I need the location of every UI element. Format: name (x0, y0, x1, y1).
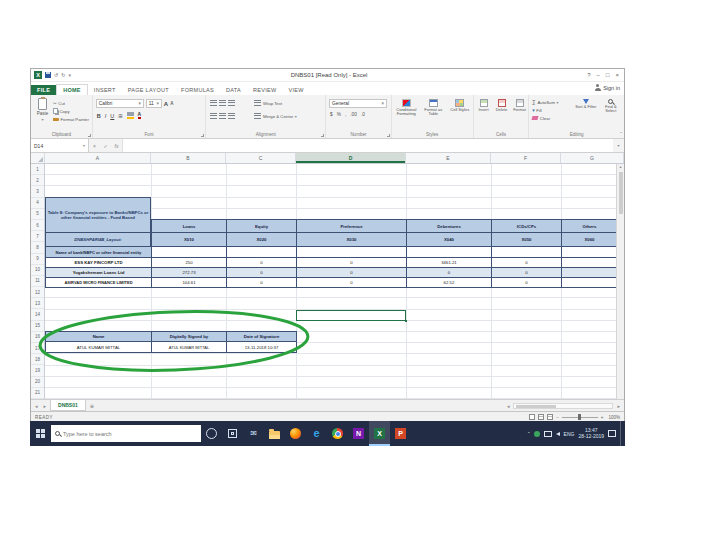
tab-file[interactable]: FILE (31, 85, 56, 95)
row-header[interactable]: 10 (31, 265, 44, 276)
font-family-select[interactable]: Calibri▾ (96, 99, 144, 108)
code-x020[interactable]: X020 (227, 233, 297, 247)
firefox-button[interactable] (285, 421, 306, 446)
hscrollbar-thumb[interactable] (516, 405, 556, 408)
tray-app-icon[interactable] (534, 431, 540, 437)
horizontal-scrollbar[interactable] (513, 403, 613, 409)
number-dialog-launcher[interactable] (387, 134, 390, 137)
clear-button[interactable]: Clear (532, 114, 558, 122)
hscroll-left-icon[interactable]: ◂ (505, 403, 512, 409)
shrink-font-button[interactable]: A (170, 101, 173, 106)
equity-cell[interactable]: 0 (227, 258, 297, 268)
row-header[interactable]: 20 (31, 377, 44, 388)
row-header[interactable]: 18 (31, 354, 44, 365)
cell-grid[interactable]: Table 8: Company's exposure to Banks/NBF… (45, 164, 616, 399)
taskbar-search[interactable] (51, 425, 201, 442)
column-header-a[interactable]: A (45, 153, 151, 163)
font-size-select[interactable]: 11▾ (146, 99, 162, 108)
sig-signed-by-cell[interactable]: ATUL KUMAR MITTAL (152, 342, 227, 353)
page-layout-view-button[interactable] (538, 414, 544, 420)
sign-in-button[interactable]: Sign in (594, 84, 620, 91)
company-name-cell[interactable]: ESS KAY FINCORP LTD (46, 258, 152, 268)
row-header[interactable]: 15 (31, 321, 44, 332)
row-header[interactable]: 12 (31, 287, 44, 298)
cancel-icon[interactable]: × (89, 139, 100, 152)
preference-cell[interactable]: 0 (297, 268, 407, 278)
icds-cell[interactable]: 0 (492, 268, 562, 278)
mail-app-button[interactable]: ✉ (243, 421, 264, 446)
empty-cell[interactable] (152, 247, 227, 258)
save-icon[interactable] (45, 72, 51, 78)
others-cell[interactable] (562, 268, 618, 278)
preference-cell[interactable]: 0 (297, 278, 407, 288)
number-format-select[interactable]: General ▾ (329, 99, 387, 108)
find-select-button[interactable]: Find & Select (599, 99, 622, 114)
empty-cell[interactable] (297, 247, 407, 258)
column-header-c[interactable]: C (226, 153, 296, 163)
file-explorer-button[interactable] (264, 421, 285, 446)
empty-cell[interactable] (407, 247, 492, 258)
autosum-button[interactable]: ∑AutoSum▾ (532, 98, 558, 106)
zoom-level[interactable]: 100% (608, 415, 620, 420)
vertical-scrollbar[interactable]: ▴ (616, 164, 624, 399)
sig-date-cell[interactable]: 13-11-2018 10:37 (227, 342, 297, 353)
edge-button[interactable]: e (306, 421, 327, 446)
row-header[interactable]: 7 (31, 231, 44, 242)
formula-input[interactable] (122, 139, 613, 152)
paste-button[interactable]: Paste ▾ (34, 98, 51, 122)
merge-center-button[interactable]: Merge & Center ▾ (254, 112, 296, 120)
cell-styles-button[interactable]: Cell Styles (448, 99, 472, 112)
minimize-button[interactable]: – (597, 72, 600, 78)
insert-function-icon[interactable]: fx (111, 139, 122, 152)
bold-button[interactable]: B (97, 113, 101, 119)
row-header[interactable]: 2 (31, 175, 44, 186)
alignment-dialog-launcher[interactable] (321, 134, 324, 137)
company-name-cell[interactable]: Yogakshemam Loans Ltd (46, 268, 152, 278)
table8-layout-cell[interactable]: DNBSHPARI4B_Layout: (45, 233, 151, 247)
clipboard-dialog-launcher[interactable] (88, 134, 91, 137)
borders-button[interactable]: ⊞ (118, 113, 122, 119)
sig-name-cell[interactable]: ATUL KUMAR MITTAL (46, 342, 152, 353)
column-header-f[interactable]: F (491, 153, 561, 163)
align-center-icon[interactable] (219, 113, 226, 119)
onenote-button[interactable]: N (348, 421, 369, 446)
show-desktop-button[interactable] (620, 421, 622, 446)
close-button[interactable]: × (615, 72, 619, 78)
task-view-button[interactable] (222, 421, 243, 446)
font-dialog-launcher[interactable] (201, 134, 204, 137)
taskbar-clock[interactable]: 13:47 28-12-2019 (578, 428, 604, 440)
accounting-format-button[interactable]: $ (330, 112, 333, 117)
format-painter-button[interactable]: Format Painter (53, 115, 91, 123)
row-header[interactable]: 8 (31, 242, 44, 253)
enter-icon[interactable]: ✓ (100, 139, 111, 152)
row-header[interactable]: 13 (31, 298, 44, 309)
header-loans[interactable]: Loans (152, 219, 227, 233)
column-header-g[interactable]: G (561, 153, 624, 163)
add-sheet-button[interactable]: ⊕ (88, 403, 96, 409)
loans-cell[interactable]: 272.73 (152, 268, 227, 278)
row-header[interactable]: 5 (31, 209, 44, 220)
code-x040[interactable]: X040 (407, 233, 492, 247)
preference-cell[interactable]: 0 (297, 258, 407, 268)
page-break-view-button[interactable] (547, 414, 553, 420)
insert-cells-button[interactable]: Insert (476, 99, 492, 112)
header-equity[interactable]: Equity (227, 219, 297, 233)
expand-formula-bar-icon[interactable]: ▾ (613, 139, 624, 152)
language-indicator[interactable]: ENG (564, 431, 575, 437)
tab-review[interactable]: REVIEW (247, 85, 283, 95)
hscroll-right-icon[interactable]: ▸ (615, 403, 622, 409)
align-right-icon[interactable] (228, 113, 235, 119)
align-middle-icon[interactable] (219, 100, 226, 106)
volume-icon[interactable] (556, 432, 560, 436)
icds-cell[interactable]: 0 (492, 258, 562, 268)
row-header[interactable]: 9 (31, 254, 44, 265)
loans-cell[interactable]: 250 (152, 258, 227, 268)
fill-color-button[interactable] (127, 112, 134, 119)
debentures-cell[interactable]: 62.52 (407, 278, 492, 288)
format-cells-button[interactable]: Format (512, 99, 528, 112)
excel-taskbar-button-active[interactable]: X (369, 421, 390, 446)
underline-button[interactable]: U (110, 113, 114, 119)
tab-view[interactable]: VIEW (283, 85, 310, 95)
others-cell[interactable] (562, 258, 618, 268)
collapse-ribbon-icon[interactable]: ˆ (620, 131, 622, 137)
